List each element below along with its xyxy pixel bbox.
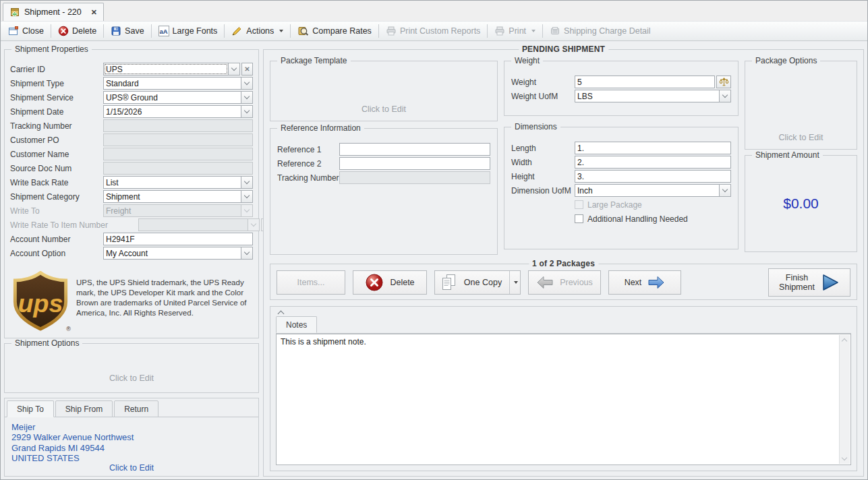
tab-ship-to[interactable]: Ship To	[7, 400, 54, 417]
ship-to-address[interactable]: Meijer 2929 Walker Avenue Northwest Gran…	[5, 417, 258, 476]
actions-button[interactable]: Actions	[227, 24, 288, 38]
shipment-type-input[interactable]	[103, 77, 241, 90]
actions-label: Actions	[246, 26, 274, 36]
tab-return[interactable]: Return	[114, 400, 158, 417]
package-template-click-to-edit[interactable]: Click to Edit	[361, 104, 406, 114]
previous-arrow-icon	[536, 276, 554, 289]
scale-button[interactable]	[716, 76, 731, 88]
shipment-date-input[interactable]	[103, 105, 241, 118]
notes-textarea[interactable]: This is a shipment note.	[277, 335, 838, 464]
shipment-service-dropdown-button[interactable]	[241, 91, 253, 104]
package-tracking-number-input	[339, 171, 490, 184]
weight-input[interactable]	[575, 76, 715, 88]
account-option-dropdown-button[interactable]	[241, 247, 253, 260]
width-input[interactable]	[575, 156, 731, 169]
actions-dropdown-caret[interactable]	[279, 30, 283, 32]
ups-disclaimer-text: UPS, the UPS Shield trademark, the UPS R…	[76, 271, 253, 318]
shipment-date-dropdown-button[interactable]	[241, 105, 253, 118]
address-click-to-edit[interactable]: Click to Edit	[11, 463, 252, 473]
scroll-down-icon[interactable]	[842, 455, 847, 460]
dimension-uofm-dropdown-button[interactable]	[720, 184, 731, 197]
one-copy-dropdown[interactable]	[509, 271, 520, 294]
delete-button[interactable]: Delete	[53, 24, 101, 38]
main-toolbar: Close Delete Save aA Large Fonts	[1, 21, 867, 41]
toolbar-separator	[151, 24, 152, 38]
reference-information-title: Reference Information	[277, 123, 364, 133]
tab-close-icon[interactable]: ✕	[91, 8, 97, 17]
write-to-row: Write To	[10, 204, 253, 218]
write-rate-to-item-row: Write Rate To Item Number ✕	[10, 218, 253, 232]
large-fonts-icon: aA	[158, 26, 169, 36]
compare-rates-button[interactable]: Compare Rates	[293, 24, 376, 38]
shipment-category-input[interactable]	[103, 190, 241, 203]
toolbar-separator	[51, 24, 51, 38]
print-custom-reports-button[interactable]: Print Custom Reports	[381, 24, 485, 38]
one-copy-button[interactable]: One Copy	[434, 270, 521, 295]
print-button[interactable]: Print	[490, 24, 540, 38]
ups-branding-block: ups ® UPS, the UPS Shield trademark, the…	[10, 271, 253, 334]
print-dropdown-caret[interactable]	[531, 30, 536, 32]
delete-package-button[interactable]: Delete	[353, 270, 427, 295]
tab-notes[interactable]: Notes	[276, 316, 317, 333]
notes-textarea-wrap: This is a shipment note.	[276, 334, 851, 465]
shipping-charge-detail-button[interactable]: Shipping Charge Detail	[545, 24, 656, 38]
package-options-group[interactable]: Package Options Click to Edit	[745, 61, 857, 150]
width-label: Width	[511, 158, 575, 167]
address-line-4: UNITED STATES	[11, 453, 252, 463]
scroll-up-icon[interactable]	[842, 338, 847, 344]
weight-uofm-dropdown-button[interactable]	[720, 90, 731, 102]
carrier-id-input[interactable]	[103, 63, 229, 76]
dimension-uofm-input[interactable]	[575, 184, 720, 197]
finish-shipment-button[interactable]: Finish Shipment	[768, 268, 850, 297]
large-package-row: Large Package	[511, 198, 731, 212]
shipment-type-dropdown-button[interactable]	[241, 77, 253, 90]
customer-name-row: Customer Name	[10, 147, 253, 161]
compare-rates-icon	[297, 26, 309, 36]
print-custom-reports-label: Print Custom Reports	[400, 26, 480, 36]
ups-registered-mark: ®	[66, 326, 71, 332]
previous-button[interactable]: Previous	[528, 270, 601, 295]
shipment-category-dropdown-button[interactable]	[241, 190, 253, 203]
write-back-rate-dropdown-button[interactable]	[241, 176, 253, 189]
weight-uofm-label: Weight UofM	[511, 92, 575, 101]
reference-1-row: Reference 1	[277, 142, 490, 156]
carrier-id-row: Carrier ID ✕	[10, 62, 253, 76]
close-button[interactable]: Close	[3, 24, 49, 38]
dimensions-group: Dimensions Length Width Height	[504, 127, 739, 249]
shipment-date-row: Shipment Date	[10, 104, 253, 119]
additional-handling-checkbox[interactable]	[575, 214, 583, 223]
save-button[interactable]: Save	[106, 24, 149, 38]
tracking-number-input	[103, 119, 253, 132]
delete-package-label: Delete	[390, 278, 414, 287]
weight-label: Weight	[511, 78, 575, 87]
close-label: Close	[22, 26, 44, 36]
carrier-id-clear-button[interactable]: ✕	[241, 63, 253, 76]
large-fonts-button[interactable]: aA Large Fonts	[154, 24, 223, 38]
weight-uofm-input[interactable]	[575, 90, 720, 102]
height-input[interactable]	[575, 170, 731, 183]
shipment-properties-title: Shipment Properties	[11, 44, 92, 54]
package-template-group[interactable]: Package Template Click to Edit	[270, 61, 498, 121]
ups-shield-logo: ups ®	[13, 271, 68, 334]
reference-2-input[interactable]	[339, 157, 490, 170]
toolbar-separator	[378, 24, 379, 38]
length-input[interactable]	[575, 142, 731, 154]
shipment-type-label: Shipment Type	[10, 79, 103, 88]
write-back-rate-input[interactable]	[103, 176, 241, 189]
next-button[interactable]: Next	[608, 270, 681, 295]
finish-label-line2: Shipment	[779, 282, 815, 292]
shipment-options-group[interactable]: Shipment Options Click to Edit	[4, 343, 259, 393]
account-number-input[interactable]	[103, 233, 253, 245]
tab-ship-from[interactable]: Ship From	[55, 400, 113, 417]
package-add-icon	[9, 7, 20, 18]
notes-scrollbar[interactable]	[839, 335, 850, 464]
carrier-id-dropdown-button[interactable]	[229, 63, 240, 76]
package-options-click-to-edit[interactable]: Click to Edit	[779, 133, 823, 142]
items-button[interactable]: Items...	[277, 270, 345, 295]
shipment-service-input[interactable]	[103, 91, 241, 104]
write-to-input	[103, 204, 241, 217]
account-option-input[interactable]	[103, 247, 241, 260]
reference-1-input[interactable]	[339, 143, 490, 156]
tab-shipment-220[interactable]: Shipment - 220 ✕	[3, 3, 104, 21]
shipment-options-click-to-edit[interactable]: Click to Edit	[109, 373, 154, 383]
